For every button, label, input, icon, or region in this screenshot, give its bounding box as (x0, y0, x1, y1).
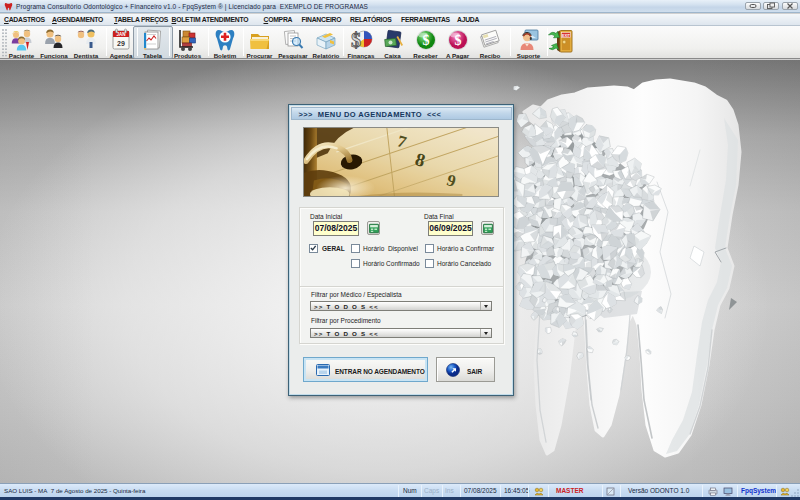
svg-text:JAN: JAN (116, 32, 125, 37)
svg-text:29: 29 (117, 40, 125, 47)
svg-text:$: $ (351, 29, 361, 51)
svg-text:EXIT: EXIT (562, 34, 571, 38)
